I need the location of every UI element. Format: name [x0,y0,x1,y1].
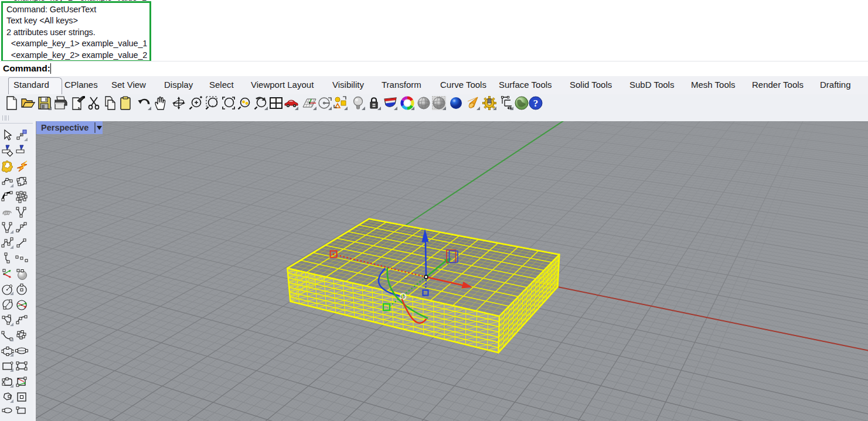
svg-text:Perspective: Perspective [41,123,88,132]
svg-text:?: ? [533,98,539,109]
